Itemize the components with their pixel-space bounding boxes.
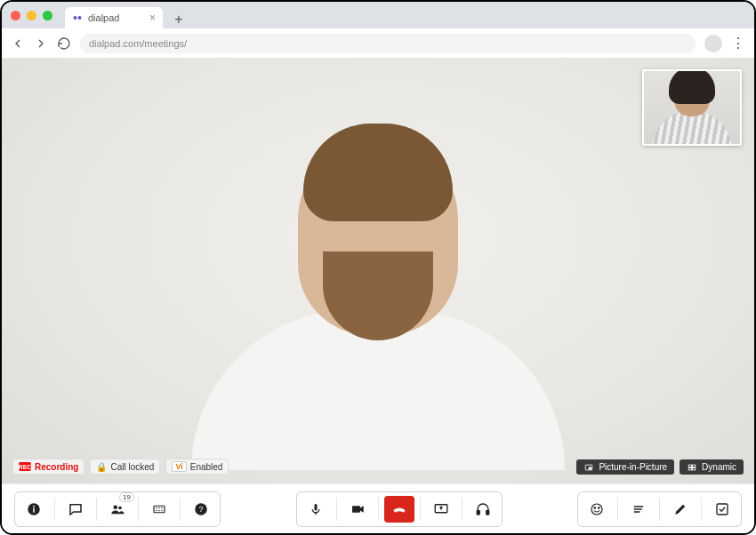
annotate-button[interactable] (665, 496, 696, 523)
svg-rect-13 (154, 506, 165, 513)
audio-device-button[interactable] (468, 496, 498, 523)
chat-button[interactable] (60, 496, 91, 523)
self-view-pip[interactable] (642, 69, 742, 146)
pip-label: Picture-in-Picture (599, 462, 667, 472)
participants-count-badge: 19 (119, 492, 134, 502)
meeting-toolbar: 19 ? (2, 483, 754, 533)
svg-point-16 (161, 507, 163, 508)
svg-rect-28 (486, 510, 488, 515)
call-locked-chip[interactable]: 🔒 Call locked (90, 459, 160, 475)
lock-icon: 🔒 (96, 462, 107, 472)
svg-point-14 (156, 507, 157, 508)
back-button[interactable] (11, 36, 25, 51)
camera-icon (350, 501, 366, 517)
svg-point-18 (158, 509, 160, 511)
layout-mode-button[interactable]: Dynamic (680, 459, 744, 475)
browser-window: dialpad × + dialpad.com/meetings/ ⋮ (0, 0, 756, 535)
svg-point-29 (591, 504, 602, 515)
help-icon: ? (193, 501, 209, 517)
participant-silhouette (191, 140, 565, 470)
transcript-button[interactable] (623, 496, 654, 523)
svg-marker-25 (360, 506, 364, 513)
info-icon (26, 501, 42, 517)
svg-rect-3 (589, 467, 591, 469)
recording-chip[interactable]: REC Recording (12, 459, 84, 475)
vi-icon: Vi (172, 461, 186, 472)
browser-tab[interactable]: dialpad × (65, 7, 163, 28)
forward-button[interactable] (34, 36, 48, 51)
svg-point-15 (158, 507, 160, 508)
reactions-button[interactable] (582, 496, 612, 523)
tab-strip: dialpad × + (2, 2, 754, 28)
dialpad-button[interactable] (144, 496, 174, 523)
svg-point-19 (161, 509, 163, 511)
maximize-window-icon[interactable] (43, 11, 52, 20)
layout-label: Dynamic (702, 462, 736, 472)
grid-icon (687, 463, 697, 472)
microphone-icon (308, 501, 324, 517)
tab-close-icon[interactable]: × (149, 12, 156, 24)
people-icon (109, 501, 125, 517)
pip-mode-button[interactable]: Picture-in-Picture (576, 459, 674, 475)
svg-rect-22 (314, 504, 317, 511)
svg-rect-6 (688, 467, 691, 470)
end-call-button[interactable] (384, 496, 414, 523)
svg-rect-35 (717, 504, 728, 515)
lines-icon (631, 501, 647, 517)
svg-rect-24 (352, 506, 360, 513)
mute-button[interactable] (301, 496, 331, 523)
camera-button[interactable] (342, 496, 373, 523)
address-bar-row: dialpad.com/meetings/ ⋮ (2, 28, 754, 59)
toolbar-right-group (577, 491, 742, 527)
smile-icon (589, 501, 605, 517)
view-mode-pills: Picture-in-Picture Dynamic (576, 459, 744, 475)
vi-chip[interactable]: Vi Enabled (165, 459, 229, 475)
new-tab-button[interactable]: + (170, 11, 188, 28)
checkbox-icon (714, 501, 730, 517)
svg-rect-27 (477, 510, 479, 515)
window-controls (9, 2, 58, 28)
svg-point-10 (33, 505, 35, 507)
pencil-icon (672, 501, 688, 517)
participants-button[interactable]: 19 (102, 496, 133, 523)
svg-point-12 (118, 506, 122, 509)
recording-label: Recording (35, 462, 78, 472)
reload-button[interactable] (57, 36, 71, 51)
recording-icon: REC (19, 462, 31, 471)
svg-text:?: ? (198, 505, 203, 514)
svg-point-0 (74, 16, 77, 20)
browser-profile-icon[interactable] (704, 35, 722, 52)
tasks-button[interactable] (707, 496, 737, 523)
video-area: REC Recording 🔒 Call locked Vi Enabled P… (2, 59, 754, 483)
svg-point-11 (114, 505, 118, 509)
tab-favicon-icon (72, 12, 83, 23)
help-button[interactable]: ? (186, 496, 216, 523)
svg-rect-4 (688, 465, 691, 467)
info-button[interactable] (19, 496, 49, 523)
hangup-icon (391, 501, 407, 517)
url-input[interactable]: dialpad.com/meetings/ (80, 34, 696, 53)
minimize-window-icon[interactable] (27, 11, 36, 20)
share-screen-button[interactable] (426, 496, 456, 523)
chat-icon (68, 501, 84, 517)
svg-point-31 (599, 507, 600, 508)
svg-point-30 (594, 507, 596, 508)
url-text: dialpad.com/meetings/ (89, 38, 187, 49)
lock-label: Call locked (110, 462, 154, 472)
svg-rect-5 (693, 465, 696, 467)
pip-icon (583, 463, 594, 472)
self-silhouette (652, 74, 732, 146)
status-chips: REC Recording 🔒 Call locked Vi Enabled (12, 459, 229, 475)
toolbar-left-group: 19 ? (14, 491, 221, 527)
toolbar-center-group (296, 491, 503, 527)
svg-point-1 (78, 16, 82, 20)
headphones-icon (475, 501, 491, 517)
svg-rect-7 (693, 467, 696, 470)
vi-label: Enabled (190, 462, 223, 472)
close-window-icon[interactable] (11, 11, 20, 20)
svg-point-17 (156, 509, 157, 511)
tab-title: dialpad (88, 12, 119, 23)
browser-menu-icon[interactable]: ⋮ (731, 35, 745, 52)
share-screen-icon (433, 501, 449, 517)
svg-rect-9 (33, 507, 35, 512)
